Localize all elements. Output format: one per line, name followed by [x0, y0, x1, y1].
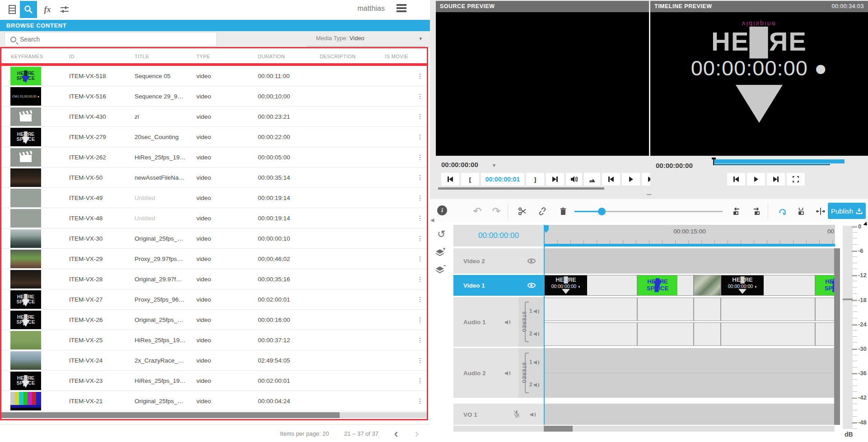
source-current-frame[interactable]: 00:00:00:01 — [481, 173, 524, 186]
fx-icon[interactable]: fx — [39, 1, 56, 18]
next-page-button[interactable]: › — [410, 427, 424, 441]
table-horizontal-scrollbar[interactable] — [1, 412, 427, 418]
table-row[interactable]: ITEM-VX-28Original_29.97f…video00;00;35;… — [0, 269, 428, 289]
table-row[interactable]: ITEM-VX-516Sequence 29_9…video00;00;10;0… — [0, 86, 428, 107]
go-to-start-button[interactable] — [727, 173, 745, 186]
clip-video[interactable]: HE█ЯESP█ICE — [815, 275, 835, 296]
row-menu-icon[interactable]: ⋮ — [412, 214, 428, 222]
source-preview-video[interactable] — [436, 12, 649, 156]
table-row[interactable]: ITEM-VX-27920sec_Countingvideo00:00:22:0… — [0, 127, 428, 147]
row-menu-icon[interactable]: ⋮ — [412, 275, 428, 283]
playhead[interactable] — [544, 225, 545, 425]
column-header[interactable]: DESCRIPTION — [316, 54, 381, 59]
set-in-button[interactable]: [ — [461, 173, 479, 186]
master-fader-track[interactable] — [843, 226, 853, 429]
slider-handle[interactable] — [598, 208, 606, 215]
table-row[interactable]: ITEM-VX-518Sequence 05video00:00:11:00⋮ — [0, 66, 428, 86]
search-icon[interactable] — [20, 1, 37, 18]
mic-muted-icon[interactable] — [513, 410, 520, 419]
prev-page-button[interactable]: ‹ — [389, 427, 403, 441]
set-out-button[interactable]: ] — [526, 173, 544, 186]
table-row[interactable]: ITEM-VX-430zlvideo00:00:23:21⋮ — [0, 107, 428, 127]
publish-button[interactable]: Publish — [828, 203, 866, 219]
track-audio1[interactable] — [544, 297, 835, 347]
row-menu-icon[interactable]: ⋮ — [412, 174, 428, 181]
master-fader-handle[interactable] — [843, 298, 853, 300]
go-to-end-button[interactable] — [767, 173, 785, 186]
row-menu-icon[interactable]: ⋮ — [412, 154, 428, 161]
info-icon[interactable]: i — [437, 205, 447, 215]
visibility-eye-icon[interactable] — [527, 283, 536, 288]
audio-monitor-icon[interactable] — [566, 173, 582, 186]
match-frame-icon[interactable] — [584, 173, 600, 186]
razor-icon[interactable] — [796, 205, 807, 217]
timeline-horizontal-scrollbar[interactable] — [453, 426, 835, 432]
clip-audio[interactable] — [544, 298, 637, 321]
track-header-vo1[interactable]: VO 1 — [453, 404, 544, 425]
redo-icon[interactable]: ↷ — [490, 205, 502, 217]
column-header[interactable]: ID — [65, 54, 131, 59]
column-header[interactable]: KEYFRAMES — [0, 54, 65, 59]
track-header-video1[interactable]: Video 1 — [453, 275, 544, 296]
row-menu-icon[interactable]: ⋮ — [412, 113, 428, 120]
row-menu-icon[interactable]: ⋮ — [412, 357, 428, 364]
row-menu-icon[interactable]: ⋮ — [412, 235, 428, 242]
track-video1[interactable]: HE█ЯE00:00:00:00 ◖ HE█ЯESP█ICE HE█ЯE00:0… — [544, 275, 835, 296]
table-row[interactable]: ITEM-VX-49Untitledvideo00:00:19:14⋮ — [0, 188, 428, 208]
timeline-seek-bar[interactable] — [714, 159, 845, 163]
timeline-ruler[interactable]: 00:00:15:00 00 — [544, 225, 835, 244]
clip-audio[interactable] — [694, 298, 721, 321]
row-menu-icon[interactable]: ⋮ — [412, 336, 428, 344]
settings-sliders-icon[interactable] — [56, 1, 73, 18]
track-vo1[interactable] — [544, 404, 835, 425]
play-button[interactable] — [747, 173, 765, 186]
row-menu-icon[interactable]: ⋮ — [412, 377, 428, 384]
timeline-zoom-slider[interactable] — [574, 211, 723, 212]
speaker-icon[interactable] — [530, 411, 536, 418]
table-row[interactable]: ITEM-VX-27Proxy_25fps_96…video00:02:00:0… — [0, 289, 428, 310]
clip-audio[interactable] — [721, 298, 815, 321]
undo-icon[interactable]: ↶ — [471, 205, 483, 217]
cut-scissors-icon[interactable] — [517, 205, 528, 217]
table-row[interactable]: ITEM-VX-29Proxy_29.97fps…video00;00;46;0… — [0, 249, 428, 269]
fullscreen-icon[interactable] — [787, 173, 805, 186]
row-menu-icon[interactable]: ⋮ — [412, 194, 428, 201]
table-row[interactable]: ITEM-VX-262HiRes_25fps_19…video00:00:05:… — [0, 147, 428, 167]
goto-in-button[interactable] — [441, 173, 459, 186]
channel-2[interactable]: 2 — [529, 382, 539, 388]
table-row[interactable]: ITEM-VX-242x_CrazyRace_…video02:49:54:05… — [0, 350, 428, 371]
snap-toggle-icon[interactable] — [777, 205, 789, 217]
goto-out-button[interactable] — [546, 173, 564, 186]
row-menu-icon[interactable]: ⋮ — [412, 296, 428, 303]
items-per-page[interactable]: Items per page: 20 — [280, 430, 329, 437]
search-input[interactable] — [20, 36, 216, 43]
column-header[interactable]: TYPE — [193, 54, 254, 59]
visibility-eye-icon[interactable] — [527, 259, 536, 264]
timeline-vertical-scrollbar[interactable] — [834, 248, 840, 425]
channel-1[interactable]: 1 — [529, 308, 539, 314]
clip-video[interactable] — [694, 275, 721, 296]
column-header[interactable]: DURATION — [254, 54, 316, 59]
prev-frame-button[interactable] — [602, 173, 620, 186]
table-row[interactable]: ITEM-VX-25HiRes_25fps_19…video00:00:37:1… — [0, 330, 428, 350]
row-menu-icon[interactable]: ⋮ — [412, 72, 428, 79]
play-button[interactable] — [622, 173, 640, 186]
clip-audio[interactable] — [544, 322, 637, 346]
reset-zoom-icon[interactable]: ↺ — [437, 228, 445, 240]
collapse-panel-icon[interactable]: ◀ — [430, 217, 434, 223]
row-menu-icon[interactable]: ⋮ — [412, 93, 428, 100]
column-header[interactable]: TITLE — [131, 54, 193, 59]
track-header-audio2[interactable]: Audio 2 — [453, 348, 518, 398]
unlink-icon[interactable] — [537, 205, 548, 217]
clip-video[interactable]: HE█ЯESP█ICE — [637, 275, 694, 296]
column-header[interactable]: IS MOVIE — [381, 54, 412, 59]
clip-audio[interactable] — [815, 322, 835, 346]
menu-icon[interactable] — [397, 4, 406, 14]
clip-audio[interactable] — [637, 298, 694, 321]
clip-audio[interactable] — [694, 322, 721, 346]
clip-video[interactable]: HE█ЯE00:00:00:00 ◖ — [721, 275, 815, 296]
seek-playhead[interactable] — [712, 158, 716, 159]
channel-1[interactable]: 1 — [529, 359, 539, 365]
clip-video[interactable]: HE█ЯE00:00:00:00 ◖ — [544, 275, 637, 296]
row-menu-icon[interactable]: ⋮ — [412, 316, 428, 323]
